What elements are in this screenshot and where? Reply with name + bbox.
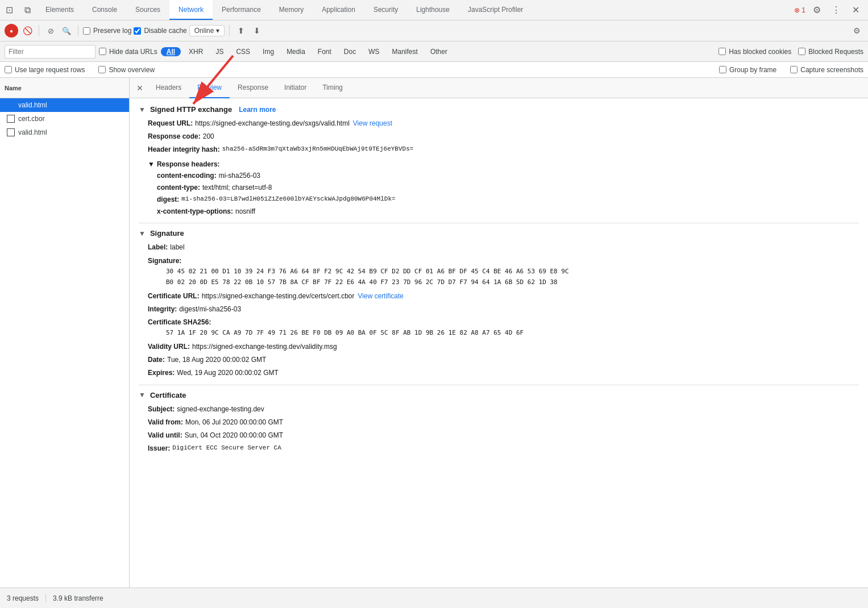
- validity-url-row: Validity URL: https://signed-exchange-te…: [139, 342, 859, 352]
- tab-sources[interactable]: Sources: [126, 0, 169, 20]
- large-rows-checkbox[interactable]: [5, 66, 12, 73]
- blocked-requests-label[interactable]: Blocked Requests: [798, 48, 863, 56]
- tab-security[interactable]: Security: [364, 0, 407, 20]
- show-overview-label[interactable]: Show overview: [98, 66, 155, 74]
- show-overview-checkbox[interactable]: [98, 66, 106, 73]
- more-button[interactable]: ⋮: [828, 2, 844, 18]
- group-by-frame-label[interactable]: Group by frame: [719, 66, 776, 74]
- filter-tag-other[interactable]: Other: [426, 47, 452, 57]
- file-item-0[interactable]: valid.html: [0, 98, 129, 112]
- hide-data-urls-checkbox[interactable]: [99, 48, 106, 55]
- certificate-section: ▼ Certificate Subject: signed-exchange-t…: [139, 391, 859, 455]
- has-blocked-cookies-checkbox[interactable]: [719, 48, 726, 55]
- subtab-headers[interactable]: Headers: [148, 78, 189, 98]
- inspect-icon[interactable]: ⊡: [0, 0, 19, 20]
- filter-tag-all[interactable]: All: [161, 47, 181, 56]
- tab-console[interactable]: Console: [83, 0, 126, 20]
- filter-tag-js[interactable]: JS: [211, 47, 228, 57]
- group-by-frame-checkbox[interactable]: [719, 66, 726, 73]
- subtab-timing[interactable]: Timing: [314, 78, 351, 98]
- sep2: [78, 25, 78, 36]
- capture-screenshots-label[interactable]: Capture screenshots: [790, 66, 863, 74]
- filter-tag-doc[interactable]: Doc: [339, 47, 360, 57]
- digest-row: digest: mi-sha256-03=LB7wdlH051Z1Ze600lb…: [148, 194, 859, 205]
- tab-elements[interactable]: Elements: [36, 0, 83, 20]
- validity-url-value: https://signed-exchange-testing.dev/vali…: [192, 342, 337, 352]
- record-button[interactable]: ●: [5, 24, 18, 38]
- filter-input[interactable]: [5, 45, 95, 59]
- certificate-header: ▼ Certificate: [139, 391, 859, 399]
- subject-value: signed-exchange-testing.dev: [177, 404, 264, 415]
- file-item-2[interactable]: valid.html: [0, 126, 129, 139]
- settings-cog[interactable]: ⚙: [850, 24, 863, 38]
- request-url-value: https://signed-exchange-testing.dev/sxgs…: [195, 118, 349, 129]
- subtab-response[interactable]: Response: [230, 78, 276, 98]
- search-button[interactable]: 🔍: [60, 24, 73, 38]
- export-button[interactable]: ⬇: [250, 24, 264, 38]
- filter-tag-img[interactable]: Img: [258, 47, 279, 57]
- subtab-preview[interactable]: Preview: [189, 78, 230, 98]
- error-badge[interactable]: ⊗ 1: [794, 6, 805, 14]
- disable-cache-checkbox[interactable]: [134, 27, 141, 35]
- valid-until-label: Valid until:: [148, 430, 182, 441]
- cert-sha-row: Certificate SHA256: 57 1A 1F 20 9C CA A9…: [139, 317, 859, 339]
- filter-tag-font[interactable]: Font: [313, 47, 336, 57]
- has-blocked-cookies-label[interactable]: Has blocked cookies: [719, 48, 791, 56]
- signature-header: ▼ Signature: [139, 229, 859, 238]
- content-type-row: content-type: text/html; charset=utf-8: [148, 182, 859, 193]
- response-headers-section: ▼ Response headers: content-encoding: mi…: [148, 160, 859, 218]
- filter-tag-css[interactable]: CSS: [231, 47, 255, 57]
- valid-until-row: Valid until: Sun, 04 Oct 2020 00:00:00 G…: [139, 430, 859, 441]
- filter-tag-manifest[interactable]: Manifest: [388, 47, 422, 57]
- signature-toggle[interactable]: ▼: [139, 230, 146, 238]
- import-button[interactable]: ⬆: [234, 24, 248, 38]
- tab-lighthouse[interactable]: Lighthouse: [407, 0, 459, 20]
- tab-network[interactable]: Network: [169, 0, 213, 20]
- device-icon[interactable]: ⧉: [19, 0, 36, 20]
- header-integrity-row: Header integrity hash: sha256-aSdRm3m7qX…: [139, 144, 859, 155]
- preserve-log-label[interactable]: Preserve log: [83, 27, 131, 35]
- tab-js-profiler[interactable]: JavaScript Profiler: [459, 0, 532, 20]
- filter-row: Hide data URLs All XHR JS CSS Img Media …: [0, 41, 868, 62]
- issuer-row: Issuer: DigiCert ECC Secure Server CA: [139, 443, 859, 454]
- sig-label-value: label: [170, 242, 184, 253]
- filter-tag-xhr[interactable]: XHR: [184, 47, 207, 57]
- large-rows-label[interactable]: Use large request rows: [5, 66, 85, 74]
- tab-memory[interactable]: Memory: [270, 0, 313, 20]
- options-right: Group by frame Capture screenshots: [719, 66, 863, 74]
- expires-row: Expires: Wed, 19 Aug 2020 00:00:02 GMT: [139, 368, 859, 378]
- signature-row: Signature: 30 45 02 21 00 D1 10 39 24 F3…: [139, 256, 859, 289]
- subtab-initiator[interactable]: Initiator: [276, 78, 314, 98]
- response-code-label: Response code:: [148, 131, 201, 142]
- file-item-1[interactable]: cert.cbor: [0, 112, 129, 126]
- subject-label: Subject:: [148, 404, 175, 415]
- preserve-log-checkbox[interactable]: [83, 27, 90, 35]
- xcontent-type-row: x-content-type-options: nosniff: [148, 206, 859, 217]
- blocked-requests-checkbox[interactable]: [798, 48, 805, 55]
- request-url-label: Request URL:: [148, 118, 193, 129]
- integrity-row: Integrity: digest/mi-sha256-03: [139, 304, 859, 315]
- view-certificate-link[interactable]: View certificate: [358, 291, 404, 302]
- settings-button[interactable]: ⚙: [809, 2, 825, 18]
- tab-application[interactable]: Application: [313, 0, 364, 20]
- subtab-close-button[interactable]: ✕: [132, 80, 148, 96]
- disable-cache-label[interactable]: Disable cache: [134, 27, 186, 35]
- filter-tag-ws[interactable]: WS: [364, 47, 384, 57]
- filter-tag-media[interactable]: Media: [282, 47, 310, 57]
- view-request-link[interactable]: View request: [353, 118, 392, 129]
- issuer-label: Issuer:: [148, 443, 170, 454]
- close-devtools-button[interactable]: ✕: [848, 2, 863, 18]
- signed-http-toggle[interactable]: ▼: [139, 106, 146, 114]
- throttle-select[interactable]: Online ▾: [189, 25, 225, 36]
- certificate-toggle[interactable]: ▼: [139, 391, 146, 399]
- header-integrity-label: Header integrity hash:: [148, 144, 220, 155]
- validity-url-label: Validity URL:: [148, 342, 190, 352]
- hide-data-urls-label[interactable]: Hide data URLs: [99, 48, 157, 56]
- clear-button[interactable]: 🚫: [20, 24, 34, 38]
- learn-more-link[interactable]: Learn more: [239, 106, 276, 114]
- response-headers-toggle[interactable]: ▼: [148, 160, 155, 168]
- signature-label: Signature:: [148, 256, 857, 266]
- filter-button[interactable]: ⊘: [44, 24, 57, 38]
- capture-screenshots-checkbox[interactable]: [790, 66, 798, 73]
- tab-performance[interactable]: Performance: [213, 0, 270, 20]
